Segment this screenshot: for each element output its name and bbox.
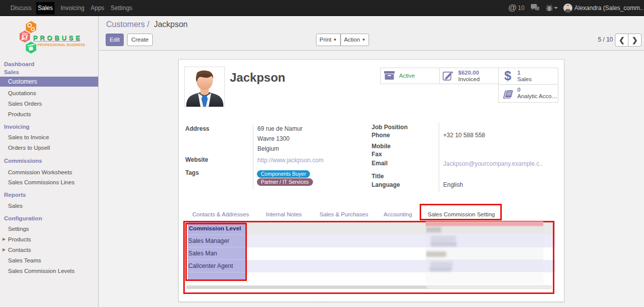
svg-text:PROBUSE: PROBUSE [33, 34, 82, 42]
svg-text:PROFESSIONAL BUSINESS: PROFESSIONAL BUSINESS [38, 43, 85, 47]
